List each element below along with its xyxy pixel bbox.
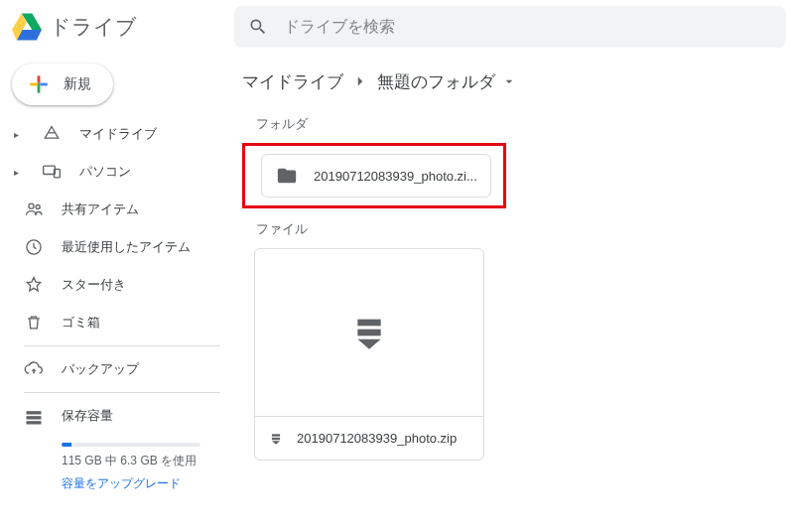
file-footer: 20190712083939_photo.zip <box>255 416 483 460</box>
sidebar-item-shared[interactable]: 共有アイテム <box>0 191 234 228</box>
storage-upgrade-link[interactable]: 容量をアップグレード <box>62 475 200 492</box>
svg-rect-8 <box>357 320 380 327</box>
brand[interactable]: ドライブ <box>12 12 234 42</box>
search-placeholder: ドライブを検索 <box>284 17 395 38</box>
storage-icon <box>24 397 44 492</box>
sidebar: 新規 ▸ マイドライブ ▸ パソコン 共有アイテム 最近 <box>0 54 234 532</box>
svg-rect-11 <box>272 437 280 439</box>
plus-icon <box>26 71 52 97</box>
new-button[interactable]: 新規 <box>12 64 113 105</box>
dropdown-icon <box>501 73 517 89</box>
sidebar-item-label: パソコン <box>79 163 131 181</box>
section-files-label: ファイル <box>256 220 794 238</box>
svg-rect-0 <box>44 166 56 174</box>
sidebar-item-label: マイドライブ <box>79 125 157 143</box>
storage-usage: 115 GB 中 6.3 GB を使用 <box>62 453 200 469</box>
shared-icon <box>24 200 44 219</box>
svg-point-3 <box>36 205 40 209</box>
breadcrumb-root[interactable]: マイドライブ <box>242 70 343 93</box>
chevron-right-icon <box>351 72 369 90</box>
sidebar-item-trash[interactable]: ゴミ箱 <box>0 304 234 341</box>
trash-icon <box>24 313 44 332</box>
svg-rect-7 <box>27 421 42 424</box>
folder-name: 20190712083939_photo.zi... <box>314 169 477 184</box>
sidebar-item-recent[interactable]: 最近使用したアイテム <box>0 228 234 266</box>
svg-rect-5 <box>27 411 42 414</box>
breadcrumb: マイドライブ 無題のフォルダ <box>242 60 794 103</box>
expand-icon[interactable]: ▸ <box>14 129 24 140</box>
storage-label: 保存容量 <box>62 397 200 425</box>
archive-icon <box>349 313 389 352</box>
expand-icon[interactable]: ▸ <box>14 167 24 178</box>
annotation-highlight: 20190712083939_photo.zi... <box>242 143 506 208</box>
folder-icon <box>276 165 298 187</box>
sidebar-item-starred[interactable]: スター付き <box>0 266 234 304</box>
drive-logo-icon <box>12 12 42 42</box>
svg-rect-9 <box>357 330 380 336</box>
breadcrumb-current[interactable]: 無題のフォルダ <box>377 70 517 93</box>
sidebar-item-backups[interactable]: バックアップ <box>0 350 234 388</box>
sidebar-item-computers[interactable]: ▸ パソコン <box>0 153 234 191</box>
svg-rect-10 <box>272 434 280 436</box>
file-item[interactable]: 20190712083939_photo.zip <box>254 248 484 461</box>
sidebar-item-label: 共有アイテム <box>62 200 139 218</box>
folder-item[interactable]: 20190712083939_photo.zi... <box>261 154 491 198</box>
new-button-label: 新規 <box>64 75 91 93</box>
backup-icon <box>24 359 44 379</box>
svg-point-2 <box>29 203 34 208</box>
file-preview <box>255 249 483 416</box>
sidebar-item-label: ゴミ箱 <box>62 314 100 332</box>
devices-icon <box>42 162 62 182</box>
file-name: 20190712083939_photo.zip <box>297 431 457 446</box>
sidebar-item-mydrive[interactable]: ▸ マイドライブ <box>0 115 234 153</box>
clock-icon <box>24 237 44 257</box>
separator <box>24 345 220 346</box>
section-folders-label: フォルダ <box>256 115 794 133</box>
sidebar-item-label: スター付き <box>62 276 126 294</box>
star-icon <box>24 275 44 295</box>
main-area: マイドライブ 無題のフォルダ フォルダ 20190712083939_photo… <box>234 54 794 532</box>
sidebar-item-label: 最近使用したアイテム <box>62 238 191 256</box>
separator <box>24 392 220 393</box>
svg-rect-6 <box>27 416 42 419</box>
sidebar-item-label: バックアップ <box>62 360 139 378</box>
search-icon <box>248 17 268 37</box>
breadcrumb-current-label: 無題のフォルダ <box>377 70 495 93</box>
search-input[interactable]: ドライブを検索 <box>234 6 786 48</box>
brand-name: ドライブ <box>50 13 137 41</box>
sidebar-item-storage[interactable]: 保存容量 115 GB 中 6.3 GB を使用 容量をアップグレード <box>0 397 234 492</box>
storage-bar <box>62 443 200 447</box>
archive-icon <box>269 432 283 446</box>
mydrive-icon <box>42 124 62 144</box>
